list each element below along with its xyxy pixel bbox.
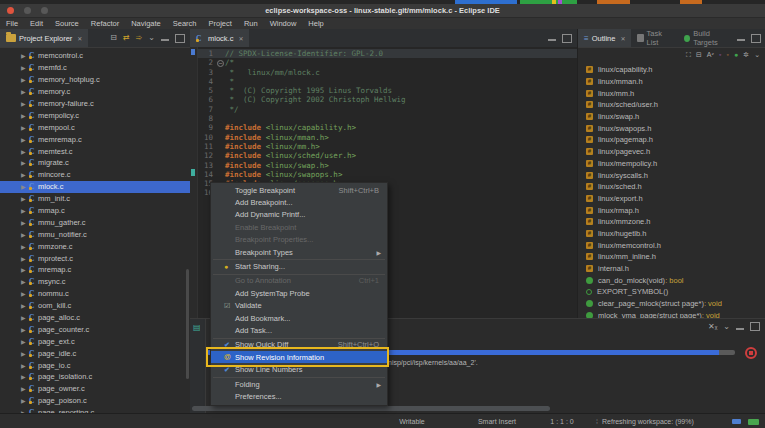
menubar-item-edit[interactable]: Edit <box>24 18 49 29</box>
sort-icon[interactable]: Aᶻ <box>707 50 714 60</box>
code-line[interactable]: 7 */ <box>197 105 577 114</box>
outline-include-row[interactable]: #linux/mm.h <box>578 87 765 99</box>
code-line[interactable]: 3 * linux/mm/mlock.c <box>197 68 577 77</box>
explorer-scrollbar[interactable] <box>186 269 189 379</box>
menu-item-add-bookmark[interactable]: Add Bookmark... <box>211 312 387 324</box>
outline-include-row[interactable]: #linux/sched.h <box>578 181 765 193</box>
expand-arrow-icon[interactable]: ▶ <box>21 112 29 119</box>
code-line[interactable]: 8 <box>197 114 577 123</box>
outline-include-row[interactable]: #linux/pagevec.h <box>578 146 765 158</box>
outline-include-row[interactable]: #linux/swapops.h <box>578 122 765 134</box>
expand-arrow-icon[interactable]: ▶ <box>21 373 29 380</box>
filters-icon[interactable]: ✲ <box>743 50 749 60</box>
line-number[interactable]: 2 <box>197 58 216 67</box>
outline-include-row[interactable]: #linux/sched/user.h <box>578 99 765 111</box>
outline-include-row[interactable]: #linux/mman.h <box>578 76 765 88</box>
expand-arrow-icon[interactable]: ▶ <box>21 255 29 262</box>
expand-arrow-icon[interactable]: ▶ <box>21 207 29 214</box>
tab-mlock-c[interactable]: C mlock.c ✕ <box>190 29 249 47</box>
expand-arrow-icon[interactable]: ▶ <box>21 302 29 309</box>
expand-arrow-icon[interactable]: ▶ <box>21 350 29 357</box>
outline-include-row[interactable]: #linux/rmap.h <box>578 204 765 216</box>
expand-arrow-icon[interactable]: ▶ <box>21 52 29 59</box>
menu-item-preferences[interactable]: Preferences... <box>211 390 387 402</box>
menu-item-show-quick-diff[interactable]: ✔Show Quick DiffShift+Ctrl+Q <box>211 339 387 351</box>
file-row[interactable]: ▶Cpage_idle.c <box>0 347 190 359</box>
expand-arrow-icon[interactable]: ▶ <box>21 326 29 333</box>
menu-item-toggle-breakpoint[interactable]: Toggle BreakpointShift+Ctrl+B <box>211 184 387 196</box>
outline-include-row[interactable]: #linux/export.h <box>578 193 765 205</box>
code-line[interactable]: 1// SPDX-License-Identifier: GPL-2.0 <box>197 49 577 58</box>
progress-indicator-icon[interactable] <box>748 419 759 425</box>
file-row[interactable]: ▶Cmempool.c <box>0 121 190 133</box>
line-number[interactable]: 3 <box>197 68 216 77</box>
menu-item-validate[interactable]: ☑Validate <box>211 300 387 312</box>
menu-item-add-systemtap-probe[interactable]: Add SystemTap Probe <box>211 287 387 299</box>
expand-arrow-icon[interactable]: ▶ <box>21 124 29 131</box>
expand-arrow-icon[interactable]: ▶ <box>21 290 29 297</box>
status-task[interactable]: Refreshing workspace: (99%) <box>602 414 694 428</box>
line-number[interactable]: 13 <box>197 161 216 170</box>
expand-arrow-icon[interactable]: ▶ <box>21 243 29 250</box>
maximize-view-icon[interactable] <box>562 34 572 43</box>
file-row[interactable]: ▶Cpage_io.c <box>0 359 190 371</box>
minimize-view-icon[interactable] <box>548 39 556 41</box>
file-row[interactable]: ▶Cmsync.c <box>0 276 190 288</box>
menubar-item-window[interactable]: Window <box>264 18 303 29</box>
file-row[interactable]: ▶Cmm_init.c <box>0 193 190 205</box>
line-number[interactable]: 7 <box>197 105 216 114</box>
view-menu-chevron-icon[interactable]: ⌄ <box>723 322 730 332</box>
menubar-item-project[interactable]: Project <box>203 18 238 29</box>
code-line[interactable]: 5 * (C) Copyright 1995 Linus Torvalds <box>197 86 577 95</box>
expand-arrow-icon[interactable]: ▶ <box>21 385 29 392</box>
tab-close-icon[interactable]: ✕ <box>238 35 243 42</box>
code-line[interactable]: 9#include <linux/capability.h> <box>197 123 577 132</box>
menubar-item-search[interactable]: Search <box>167 18 203 29</box>
file-row[interactable]: ▶Cmigrate.c <box>0 157 190 169</box>
file-row[interactable]: ▶Cmempolicy.c <box>0 109 190 121</box>
expand-arrow-icon[interactable]: ▶ <box>21 278 29 285</box>
menubar-item-refactor[interactable]: Refactor <box>85 18 125 29</box>
outline-member-row[interactable]: EXPORT_SYMBOL() <box>578 286 765 298</box>
collapse-all-icon[interactable]: ⊟ <box>696 50 702 60</box>
line-number[interactable]: 10 <box>197 133 216 142</box>
cancel-operation-button[interactable] <box>745 347 757 359</box>
menubar-item-navigate[interactable]: Navigate <box>125 18 167 29</box>
menu-item-folding[interactable]: Folding▶ <box>211 378 387 390</box>
expand-arrow-icon[interactable]: ▶ <box>21 76 29 83</box>
hide-non-public-icon[interactable]: ● <box>734 50 738 60</box>
menubar-item-help[interactable]: Help <box>302 18 329 29</box>
outline-include-row[interactable]: #linux/mm_inline.h <box>578 251 765 263</box>
line-number[interactable]: 4 <box>197 77 216 86</box>
expand-arrow-icon[interactable]: ▶ <box>21 362 29 369</box>
menu-item-breakpoint-types[interactable]: Breakpoint Types▶ <box>211 246 387 258</box>
expand-arrow-icon[interactable]: ▶ <box>21 100 29 107</box>
code-lines[interactable]: 1// SPDX-License-Identifier: GPL-2.02–/*… <box>197 49 577 198</box>
close-window-button[interactable] <box>7 7 14 14</box>
tab-close-icon[interactable]: ✕ <box>77 35 82 42</box>
file-row[interactable]: ▶Cmemfd.c <box>0 62 190 74</box>
expand-arrow-icon[interactable]: ▶ <box>21 397 29 404</box>
menu-item-add-task[interactable]: Add Task... <box>211 324 387 336</box>
tab-outline[interactable]: ≡ Outline ✕ <box>578 29 631 47</box>
focus-on-active-task-icon[interactable]: ➾ <box>136 33 143 43</box>
view-shortcut-icon[interactable]: ▤ <box>193 323 201 333</box>
file-row[interactable]: ▶Cmemory.c <box>0 86 190 98</box>
file-row[interactable]: ▶Cmemtest.c <box>0 145 190 157</box>
menu-item-add-breakpoint[interactable]: Add Breakpoint... <box>211 196 387 208</box>
expand-arrow-icon[interactable]: ▶ <box>21 219 29 226</box>
file-row[interactable]: ▶Cmemcontrol.c <box>0 50 190 62</box>
outline-include-row[interactable]: #linux/swap.h <box>578 111 765 123</box>
expand-arrow-icon[interactable]: ▶ <box>21 266 29 273</box>
line-number[interactable]: 8 <box>197 114 216 123</box>
outline-member-row[interactable]: can_do_mlock(void) : bool <box>578 274 765 286</box>
file-row[interactable]: ▶Coom_kill.c <box>0 300 190 312</box>
maximize-view-icon[interactable] <box>175 34 185 43</box>
maximize-view-icon[interactable] <box>750 322 760 331</box>
file-row[interactable]: ▶Cmmu_gather.c <box>0 216 190 228</box>
file-row[interactable]: ▶Cmemremap.c <box>0 133 190 145</box>
menu-item-start-sharing[interactable]: ●Start Sharing... <box>211 260 387 272</box>
file-row[interactable]: ▶Cpage_alloc.c <box>0 312 190 324</box>
expand-arrow-icon[interactable]: ▶ <box>21 148 29 155</box>
file-row[interactable]: ▶Cmmap.c <box>0 205 190 217</box>
